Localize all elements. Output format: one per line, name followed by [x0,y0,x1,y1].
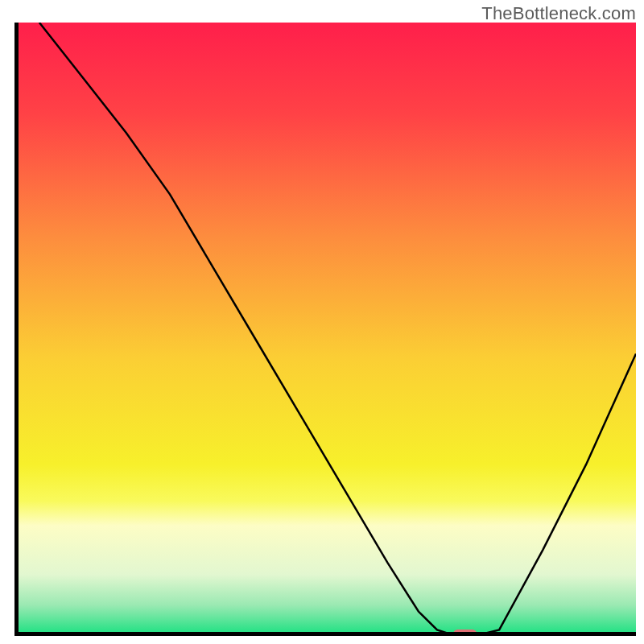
bottleneck-chart: TheBottleneck.com [0,0,644,644]
plot-area [14,23,636,639]
watermark-label: TheBottleneck.com [481,3,636,24]
gradient-background [14,23,636,636]
chart-svg [0,0,644,644]
